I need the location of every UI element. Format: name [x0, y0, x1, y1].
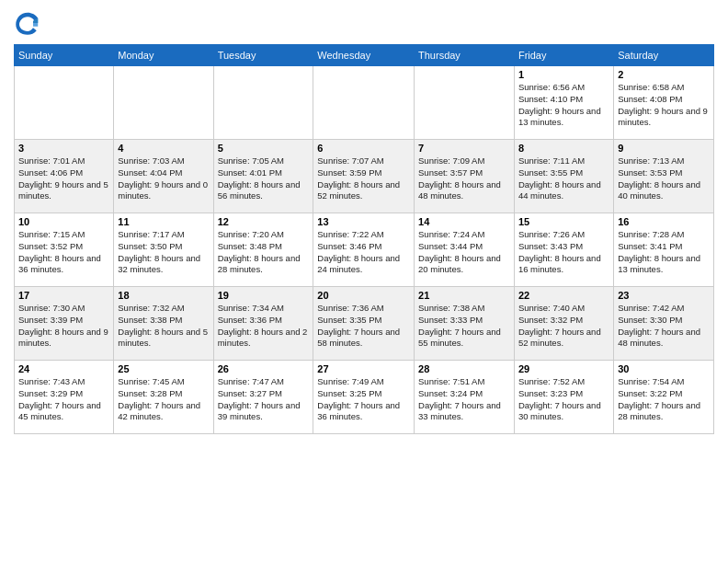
day-info: Sunrise: 7:42 AM Sunset: 3:30 PM Dayligh… — [618, 303, 710, 350]
day-number: 20 — [317, 290, 410, 301]
calendar-day-cell: 30Sunrise: 7:54 AM Sunset: 3:22 PM Dayli… — [614, 361, 714, 434]
calendar-container: SundayMondayTuesdayWednesdayThursdayFrid… — [0, 0, 728, 563]
weekday-header: Saturday — [614, 45, 714, 66]
day-number: 12 — [218, 216, 310, 227]
calendar-day-cell: 24Sunrise: 7:43 AM Sunset: 3:29 PM Dayli… — [15, 361, 114, 434]
day-info: Sunrise: 7:11 AM Sunset: 3:55 PM Dayligh… — [518, 155, 609, 202]
calendar-day-cell — [114, 66, 213, 140]
day-number: 11 — [118, 216, 209, 227]
day-info: Sunrise: 7:51 AM Sunset: 3:24 PM Dayligh… — [418, 376, 510, 423]
day-info: Sunrise: 7:52 AM Sunset: 3:23 PM Dayligh… — [518, 376, 609, 423]
day-info: Sunrise: 7:20 AM Sunset: 3:48 PM Dayligh… — [218, 229, 310, 276]
calendar-day-cell: 6Sunrise: 7:07 AM Sunset: 3:59 PM Daylig… — [313, 140, 415, 213]
day-number: 22 — [518, 290, 609, 301]
logo — [14, 9, 45, 37]
day-number: 26 — [218, 363, 310, 374]
day-info: Sunrise: 7:24 AM Sunset: 3:44 PM Dayligh… — [418, 229, 510, 276]
calendar-day-cell: 7Sunrise: 7:09 AM Sunset: 3:57 PM Daylig… — [415, 140, 515, 213]
calendar-day-cell — [15, 66, 114, 140]
day-number: 2 — [618, 69, 710, 80]
weekday-header: Monday — [114, 45, 213, 66]
day-info: Sunrise: 7:01 AM Sunset: 4:06 PM Dayligh… — [18, 155, 109, 202]
calendar-day-cell — [213, 66, 313, 140]
weekday-header: Sunday — [15, 45, 114, 66]
day-number: 14 — [418, 216, 510, 227]
calendar-table: SundayMondayTuesdayWednesdayThursdayFrid… — [14, 44, 714, 434]
calendar-day-cell: 26Sunrise: 7:47 AM Sunset: 3:27 PM Dayli… — [213, 361, 313, 434]
day-number: 17 — [18, 290, 109, 301]
day-number: 7 — [418, 143, 510, 154]
day-number: 21 — [418, 290, 510, 301]
calendar-header: SundayMondayTuesdayWednesdayThursdayFrid… — [15, 45, 714, 66]
calendar-day-cell: 16Sunrise: 7:28 AM Sunset: 3:41 PM Dayli… — [614, 213, 714, 287]
logo-icon — [14, 9, 41, 37]
day-info: Sunrise: 7:28 AM Sunset: 3:41 PM Dayligh… — [618, 229, 710, 276]
calendar-week-row: 24Sunrise: 7:43 AM Sunset: 3:29 PM Dayli… — [15, 361, 714, 434]
day-number: 28 — [418, 363, 510, 374]
calendar-day-cell: 5Sunrise: 7:05 AM Sunset: 4:01 PM Daylig… — [213, 140, 313, 213]
weekday-header: Wednesday — [313, 45, 415, 66]
calendar-day-cell: 4Sunrise: 7:03 AM Sunset: 4:04 PM Daylig… — [114, 140, 213, 213]
calendar-day-cell: 22Sunrise: 7:40 AM Sunset: 3:32 PM Dayli… — [514, 287, 613, 361]
calendar-day-cell: 8Sunrise: 7:11 AM Sunset: 3:55 PM Daylig… — [514, 140, 613, 213]
day-info: Sunrise: 7:32 AM Sunset: 3:38 PM Dayligh… — [118, 303, 209, 350]
calendar-week-row: 1Sunrise: 6:56 AM Sunset: 4:10 PM Daylig… — [15, 66, 714, 140]
day-number: 29 — [518, 363, 609, 374]
day-info: Sunrise: 7:26 AM Sunset: 3:43 PM Dayligh… — [518, 229, 609, 276]
calendar-day-cell: 1Sunrise: 6:56 AM Sunset: 4:10 PM Daylig… — [514, 66, 613, 140]
calendar-week-row: 3Sunrise: 7:01 AM Sunset: 4:06 PM Daylig… — [15, 140, 714, 213]
calendar-day-cell: 29Sunrise: 7:52 AM Sunset: 3:23 PM Dayli… — [514, 361, 613, 434]
calendar-day-cell: 13Sunrise: 7:22 AM Sunset: 3:46 PM Dayli… — [313, 213, 415, 287]
calendar-day-cell: 21Sunrise: 7:38 AM Sunset: 3:33 PM Dayli… — [415, 287, 515, 361]
day-info: Sunrise: 7:49 AM Sunset: 3:25 PM Dayligh… — [317, 376, 410, 423]
calendar-day-cell: 9Sunrise: 7:13 AM Sunset: 3:53 PM Daylig… — [614, 140, 714, 213]
calendar-day-cell: 12Sunrise: 7:20 AM Sunset: 3:48 PM Dayli… — [213, 213, 313, 287]
day-info: Sunrise: 7:05 AM Sunset: 4:01 PM Dayligh… — [218, 155, 310, 202]
day-info: Sunrise: 7:13 AM Sunset: 3:53 PM Dayligh… — [618, 155, 710, 202]
calendar-day-cell: 27Sunrise: 7:49 AM Sunset: 3:25 PM Dayli… — [313, 361, 415, 434]
day-info: Sunrise: 7:36 AM Sunset: 3:35 PM Dayligh… — [317, 303, 410, 350]
day-info: Sunrise: 7:09 AM Sunset: 3:57 PM Dayligh… — [418, 155, 510, 202]
calendar-week-row: 17Sunrise: 7:30 AM Sunset: 3:39 PM Dayli… — [15, 287, 714, 361]
calendar-day-cell: 2Sunrise: 6:58 AM Sunset: 4:08 PM Daylig… — [614, 66, 714, 140]
day-number: 24 — [18, 363, 109, 374]
day-number: 23 — [618, 290, 710, 301]
weekday-header: Friday — [514, 45, 613, 66]
calendar-day-cell — [313, 66, 415, 140]
calendar-week-row: 10Sunrise: 7:15 AM Sunset: 3:52 PM Dayli… — [15, 213, 714, 287]
day-info: Sunrise: 7:17 AM Sunset: 3:50 PM Dayligh… — [118, 229, 209, 276]
calendar-day-cell: 11Sunrise: 7:17 AM Sunset: 3:50 PM Dayli… — [114, 213, 213, 287]
day-info: Sunrise: 7:03 AM Sunset: 4:04 PM Dayligh… — [118, 155, 209, 202]
day-number: 8 — [518, 143, 609, 154]
calendar-day-cell — [415, 66, 515, 140]
weekday-header: Thursday — [415, 45, 515, 66]
calendar-day-cell: 10Sunrise: 7:15 AM Sunset: 3:52 PM Dayli… — [15, 213, 114, 287]
calendar-day-cell: 20Sunrise: 7:36 AM Sunset: 3:35 PM Dayli… — [313, 287, 415, 361]
calendar-day-cell: 18Sunrise: 7:32 AM Sunset: 3:38 PM Dayli… — [114, 287, 213, 361]
day-number: 16 — [618, 216, 710, 227]
day-info: Sunrise: 7:38 AM Sunset: 3:33 PM Dayligh… — [418, 303, 510, 350]
day-info: Sunrise: 7:54 AM Sunset: 3:22 PM Dayligh… — [618, 376, 710, 423]
day-number: 6 — [317, 143, 410, 154]
day-info: Sunrise: 6:58 AM Sunset: 4:08 PM Dayligh… — [618, 82, 710, 129]
day-number: 27 — [317, 363, 410, 374]
day-number: 9 — [618, 143, 710, 154]
header — [14, 9, 714, 37]
day-number: 4 — [118, 143, 209, 154]
calendar-day-cell: 19Sunrise: 7:34 AM Sunset: 3:36 PM Dayli… — [213, 287, 313, 361]
day-info: Sunrise: 7:15 AM Sunset: 3:52 PM Dayligh… — [18, 229, 109, 276]
day-number: 15 — [518, 216, 609, 227]
calendar-day-cell: 28Sunrise: 7:51 AM Sunset: 3:24 PM Dayli… — [415, 361, 515, 434]
day-number: 18 — [118, 290, 209, 301]
calendar-day-cell: 15Sunrise: 7:26 AM Sunset: 3:43 PM Dayli… — [514, 213, 613, 287]
calendar-day-cell: 25Sunrise: 7:45 AM Sunset: 3:28 PM Dayli… — [114, 361, 213, 434]
calendar-day-cell: 17Sunrise: 7:30 AM Sunset: 3:39 PM Dayli… — [15, 287, 114, 361]
day-info: Sunrise: 7:43 AM Sunset: 3:29 PM Dayligh… — [18, 376, 109, 423]
day-info: Sunrise: 7:47 AM Sunset: 3:27 PM Dayligh… — [218, 376, 310, 423]
calendar-day-cell: 14Sunrise: 7:24 AM Sunset: 3:44 PM Dayli… — [415, 213, 515, 287]
day-number: 30 — [618, 363, 710, 374]
day-info: Sunrise: 7:22 AM Sunset: 3:46 PM Dayligh… — [317, 229, 410, 276]
day-number: 13 — [317, 216, 410, 227]
day-info: Sunrise: 7:45 AM Sunset: 3:28 PM Dayligh… — [118, 376, 209, 423]
day-number: 19 — [218, 290, 310, 301]
